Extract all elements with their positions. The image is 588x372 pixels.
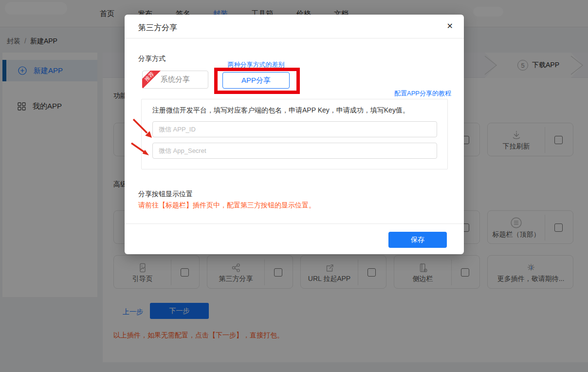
annotation-highlight-box <box>214 68 300 94</box>
share-button-position-label: 分享按钮显示位置 <box>138 190 193 199</box>
system-share-button[interactable]: 系统分享 <box>142 71 208 89</box>
wechat-secret-input[interactable] <box>152 143 437 159</box>
modal-title: 第三方分享 <box>138 23 177 33</box>
third-party-share-modal: 第三方分享 ✕ 分享方式 两种分享方式的差别 系统分享 推荐 APP分享 配置A… <box>125 15 464 254</box>
wechat-appid-input[interactable] <box>152 121 437 137</box>
modal-footer-divider <box>125 223 464 224</box>
annotation-arrow-appid <box>130 118 156 141</box>
app-share-tutorial-link[interactable]: 配置APP分享的教程 <box>394 89 451 98</box>
wechat-instruction-text: 注册微信开发平台，填写对应客户端的包名，申请APP Key，申请成功，填写Key… <box>152 106 409 115</box>
save-button[interactable]: 保存 <box>388 232 447 248</box>
annotation-arrow-secret <box>129 140 155 160</box>
close-icon[interactable]: ✕ <box>447 21 453 31</box>
modal-header-divider <box>125 38 464 38</box>
wechat-config-panel: 注册微信开发平台，填写对应客户端的包名，申请APP Key，申请成功，填写Key… <box>141 99 448 169</box>
share-button-position-hint: 请前往【标题栏】插件页中，配置第三方按钮的显示位置。 <box>138 201 315 210</box>
share-mode-label: 分享方式 <box>138 55 165 63</box>
